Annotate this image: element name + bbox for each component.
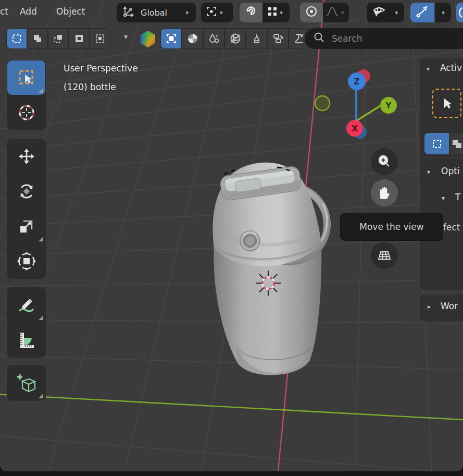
toolbar-group-transform [7, 139, 46, 279]
status-bar [0, 471, 463, 476]
material-droplet-button[interactable] [204, 29, 224, 48]
affect-only-label-fragment: fect [443, 222, 460, 233]
viewport-collection-object-label: (120) bottle [64, 82, 116, 92]
proportional-editing-icon [305, 5, 318, 20]
chevron-down-icon[interactable]: ▾ [442, 194, 445, 202]
search-input[interactable] [331, 33, 451, 44]
panel-select-mode-extend-button[interactable] [450, 133, 463, 154]
subtool-corner-indicator [39, 237, 43, 241]
subtool-corner-indicator [39, 88, 43, 93]
swap-objects-button[interactable] [268, 29, 288, 48]
rotate-tool[interactable] [7, 174, 45, 209]
transform-orientation-icon [122, 5, 135, 20]
zoom-view-button[interactable] [371, 148, 398, 175]
panel-select-mode-set-button[interactable] [424, 133, 449, 154]
brush-button[interactable] [246, 29, 267, 48]
workspace-header[interactable]: Wor [441, 301, 458, 311]
blender-window: Z Y X User Perspective (120) bottle ct A… [0, 0, 463, 476]
menu-item-add[interactable]: Add [20, 5, 37, 18]
svg-text:Z: Z [354, 77, 360, 87]
shading-sphere-button[interactable] [182, 29, 203, 48]
visibility-eye-icon [371, 4, 386, 21]
active-tool-header[interactable]: Activ [440, 63, 462, 73]
select-mode-set-button[interactable] [7, 29, 27, 48]
move-view-button[interactable] [371, 179, 398, 206]
3d-viewport[interactable]: Z Y X User Perspective (120) bottle ct A… [0, 0, 463, 471]
navigation-gizmo[interactable]: Z Y X [315, 69, 397, 139]
mesh-data-hexagon-icon[interactable] [139, 30, 157, 51]
options-header[interactable]: Opti [441, 166, 460, 176]
viewport-perspective-label: User Perspective [64, 63, 138, 74]
bottle-object[interactable] [212, 163, 330, 375]
active-tool-select-box-icon [432, 89, 461, 118]
annotate-tool[interactable] [7, 288, 45, 322]
select-mode-extend-button[interactable] [28, 29, 47, 48]
transform-orientation-value: Global [141, 8, 167, 18]
menu-item-object[interactable]: Object [56, 5, 85, 18]
chevron-down-icon: ▾ [393, 9, 400, 16]
xray-toggle-button[interactable] [161, 29, 181, 48]
snap-with-dropdown[interactable]: ▾ [262, 3, 290, 22]
gizmos-dropdown[interactable]: ▾ [435, 3, 451, 22]
search-bar[interactable] [305, 28, 463, 49]
subtool-corner-indicator [39, 315, 43, 320]
falloff-curve-icon [326, 6, 339, 19]
select-box-tool[interactable] [7, 60, 45, 95]
chevron-down-icon: ▾ [278, 9, 285, 16]
pivot-point-icon [205, 5, 218, 20]
show-gizmo-dropdown[interactable]: ▾ [367, 3, 404, 22]
snap-with-icon [267, 6, 278, 19]
chevron-down-icon: ▾ [440, 9, 447, 16]
overlays-toggle-partial[interactable] [456, 3, 463, 22]
transform-subheader[interactable]: T [455, 192, 460, 202]
measure-tool[interactable] [7, 323, 45, 357]
gizmos-icon [416, 5, 429, 20]
subtool-corner-indicator [39, 394, 43, 398]
svg-text:X: X [352, 124, 358, 133]
chevron-down-icon[interactable]: ▾ [427, 65, 430, 72]
cursor-tool[interactable] [7, 95, 45, 130]
chevron-down-icon: ▾ [183, 9, 191, 16]
tool-settings-collapse-chevron[interactable]: ▾ [124, 32, 128, 41]
chevron-down-icon: ▾ [218, 9, 225, 16]
select-mode-intersect-button[interactable] [90, 29, 110, 48]
snap-magnet-icon [244, 5, 258, 20]
rendered-globe-button[interactable] [225, 29, 245, 48]
toolbar-group-select [7, 60, 46, 130]
pivot-point-dropdown[interactable]: ▾ [201, 3, 233, 22]
select-mode-subtract-button[interactable] [48, 29, 68, 48]
move-tool[interactable] [7, 139, 45, 174]
tooltip-move-the-view: Move the view [340, 213, 443, 241]
toolbar-group-add [7, 365, 46, 401]
display-mode-group [160, 28, 310, 49]
snap-toggle[interactable] [240, 3, 262, 22]
svg-text:Y: Y [385, 101, 392, 111]
select-mode-invert-button[interactable] [69, 29, 89, 48]
select-mode-group [6, 28, 110, 49]
chevron-down-icon[interactable]: ▾ [427, 168, 430, 176]
gizmos-toggle[interactable] [410, 3, 434, 22]
toggle-perspective-grid-button[interactable] [371, 242, 398, 269]
transform-tool[interactable] [7, 244, 45, 278]
gizmo-neg-y-ball[interactable] [315, 96, 330, 111]
chevron-down-icon: ▾ [339, 9, 346, 16]
transform-orientation-dropdown[interactable]: Global ▾ [117, 3, 196, 22]
menu-item-truncated[interactable]: ct [0, 5, 8, 18]
add-cube-tool[interactable] [7, 365, 45, 400]
proportional-editing-toggle[interactable] [300, 3, 323, 22]
toolbar-group-annotate [7, 287, 46, 358]
falloff-dropdown[interactable]: ▾ [323, 3, 349, 22]
chevron-right-icon[interactable]: ▸ [428, 303, 431, 310]
search-icon [313, 31, 326, 46]
scale-tool[interactable] [7, 209, 45, 243]
